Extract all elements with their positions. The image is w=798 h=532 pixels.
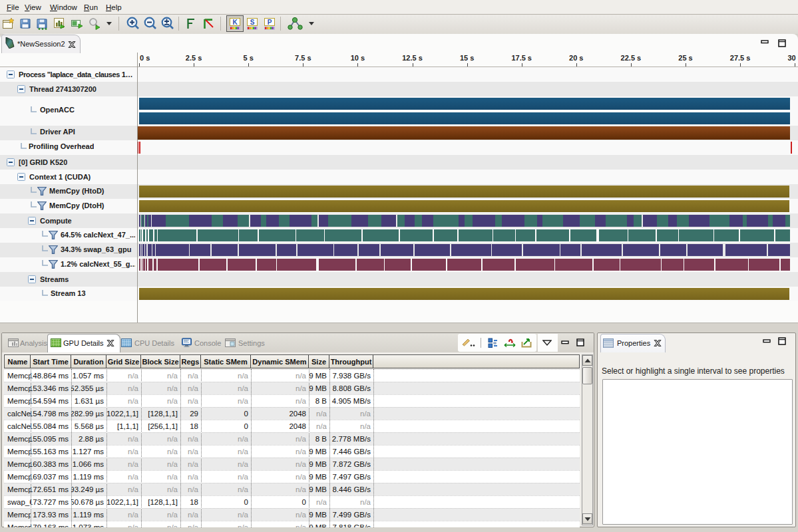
svg-text:K: K xyxy=(232,19,238,26)
svg-text:S: S xyxy=(250,19,255,26)
svg-text:P: P xyxy=(268,19,272,26)
